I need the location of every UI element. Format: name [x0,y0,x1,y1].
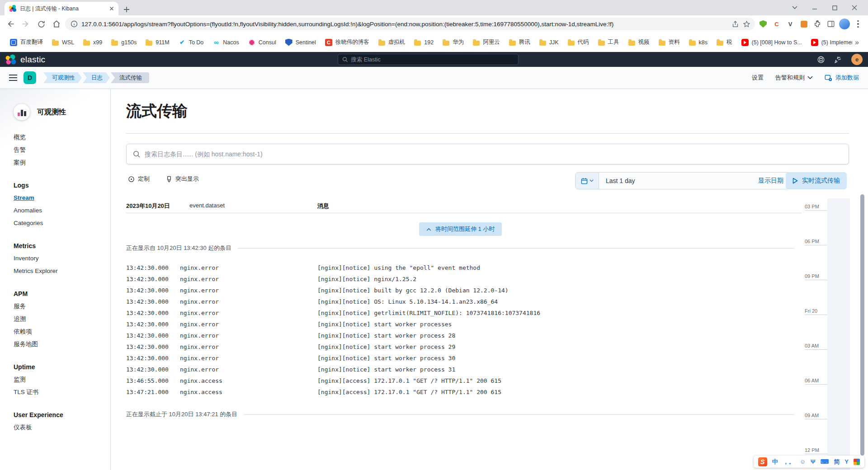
extensions-puzzle-icon[interactable] [812,19,823,29]
sidebar-item[interactable]: Inventory [14,252,110,265]
ime-simplified-toggle[interactable]: 简 [834,459,840,465]
bookmark-star-icon[interactable] [743,20,750,28]
bookmark[interactable]: Nacos [209,37,242,48]
global-search[interactable] [338,54,519,65]
customize-button[interactable]: 定制 [128,175,150,183]
breadcrumb-item[interactable]: 流式传输 [111,72,149,83]
log-search-box[interactable] [126,144,849,164]
space-avatar[interactable]: D [24,71,36,84]
sogou-ime-logo[interactable]: S [758,457,767,466]
tab-close-icon[interactable] [108,5,115,12]
sidebar-item[interactable]: 告警 [14,144,110,156]
forward-icon[interactable] [19,17,33,31]
url-text[interactable]: 127.0.0.1:5601/app/logs/stream?flyoutOpt… [81,21,728,28]
ime-skin[interactable]: Y [844,459,849,465]
bookmark[interactable]: To Do [175,37,208,48]
sidebar-item[interactable]: Anomalies [14,204,110,217]
orange-extension-icon[interactable] [798,19,809,29]
c-extension-icon[interactable]: C [771,19,782,29]
whats-new-icon[interactable] [834,56,842,64]
log-row[interactable]: 13:42:30.000 nginx.error [nginx][notice]… [126,330,802,341]
log-row[interactable]: 13:42:30.000 nginx.error [nginx][notice]… [126,341,802,352]
add-data-button[interactable]: 添加数据 [825,74,859,82]
sidebar-item[interactable]: 监测 [14,373,110,386]
sidebar-item[interactable]: 仪表板 [14,421,110,434]
v-extension-icon[interactable]: V [785,19,796,29]
page-info-icon[interactable] [71,20,78,28]
log-row[interactable]: 13:42:30.000 nginx.error [nginx][notice]… [126,319,802,330]
bookmark[interactable]: 虚拟机 [375,37,409,48]
ime-punctuation[interactable]: ，。 [783,459,795,465]
log-row[interactable]: 13:42:30.000 nginx.error [nginx][notice]… [126,273,802,285]
highlight-button[interactable]: 突出显示 [166,175,199,183]
log-row[interactable]: 13:42:30.000 nginx.error [nginx][notice]… [126,262,802,273]
sidebar-item[interactable]: 服务地图 [14,338,110,351]
bookmark[interactable]: 百度翻译 [6,37,47,48]
bookmark[interactable]: (5) Implementing... [807,37,852,48]
ime-toolbox-grid[interactable] [854,459,860,465]
sidebar-item[interactable]: 服务 [14,300,110,313]
log-row[interactable]: 13:46:55.000 nginx.access [nginx][access… [126,375,802,386]
sidebar-item[interactable]: 案例 [14,156,110,169]
sidebar-item[interactable]: Stream [14,192,110,204]
back-icon[interactable] [4,17,17,31]
bookmark[interactable]: 资料 [655,37,684,48]
help-icon[interactable] [817,56,825,64]
column-dataset[interactable]: event.dataset [189,202,317,210]
timeline-minimap[interactable] [827,198,850,470]
bookmark[interactable]: 911M [142,38,173,47]
bookmark[interactable]: (5) [008] How to S... [738,37,806,48]
settings-link[interactable]: 设置 [752,74,764,82]
elastic-brand[interactable]: elastic [5,54,45,65]
window-maximize-icon[interactable] [825,2,844,14]
bookmark[interactable]: JJK [536,38,562,47]
date-picker-calendar-button[interactable] [576,173,599,189]
adguard-extension-icon[interactable] [758,19,769,29]
log-row[interactable]: 13:42:30.000 nginx.error [nginx][notice]… [126,307,802,319]
bookmark[interactable]: 徐晓伟的博客 [321,37,373,48]
window-minimize-icon[interactable] [805,2,825,14]
bookmarks-overflow-icon[interactable]: » [852,38,862,47]
browser-tab[interactable]: 日志 | 流式传输 - Kibana [5,2,118,15]
menu-hamburger-icon[interactable] [9,75,17,81]
bookmark[interactable]: g150s [108,38,140,47]
sidebar-item[interactable]: 追溯 [14,313,110,325]
sidebar-item[interactable]: 依赖项 [14,325,110,338]
browser-menu-icon[interactable] [853,19,863,29]
log-row[interactable]: 13:42:30.000 nginx.error [nginx][notice]… [126,352,802,364]
url-bar[interactable]: 127.0.0.1:5601/app/logs/stream?flyoutOpt… [65,18,755,30]
tab-search-icon[interactable] [785,2,805,14]
bookmark[interactable]: 192 [410,38,437,47]
bookmark[interactable]: 税 [713,37,736,48]
date-range-value[interactable]: Last 1 day [599,177,642,184]
browser-profile-avatar[interactable] [839,19,850,29]
log-search-input[interactable] [145,150,842,158]
log-row[interactable]: 13:42:30.000 nginx.error [nginx][notice]… [126,364,802,375]
sidebar-item[interactable]: 概览 [14,131,110,144]
share-icon[interactable] [731,20,739,28]
log-row[interactable]: 13:42:30.000 nginx.error [nginx][notice]… [126,296,802,307]
bookmark[interactable]: x99 [80,38,106,47]
column-message[interactable]: 消息 [317,202,802,210]
bookmark[interactable]: 工具 [594,37,623,48]
bookmark[interactable]: 腾讯 [505,37,534,48]
bookmark[interactable]: 阿里云 [469,37,504,48]
scrollbar-thumb[interactable] [860,194,864,456]
sidebar-item[interactable]: Metrics Explorer [14,265,110,277]
show-dates-button[interactable]: 显示日期 [758,177,790,185]
breadcrumb-item[interactable]: 可观测性 [43,72,82,83]
home-icon[interactable] [50,17,63,31]
sidebar-item[interactable]: TLS 证书 [14,386,110,399]
reload-icon[interactable] [34,17,48,31]
bookmark[interactable]: k8s [685,38,711,47]
extend-time-range-button[interactable]: 将时间范围延伸 1 小时 [419,222,502,236]
breadcrumb-item[interactable]: 日志 [83,72,110,83]
alerts-rules-menu[interactable]: 告警和规则 [775,74,813,82]
window-close-icon[interactable] [844,2,864,14]
bookmark[interactable]: 视频 [625,37,653,48]
global-search-input[interactable] [351,56,514,63]
ime-soft-keyboard[interactable]: ⌨ [821,459,829,465]
side-panel-icon[interactable] [826,19,836,29]
ime-emoji-picker[interactable]: ☺ [800,459,806,465]
log-row[interactable]: 13:47:21.000 nginx.access [nginx][access… [126,386,802,398]
